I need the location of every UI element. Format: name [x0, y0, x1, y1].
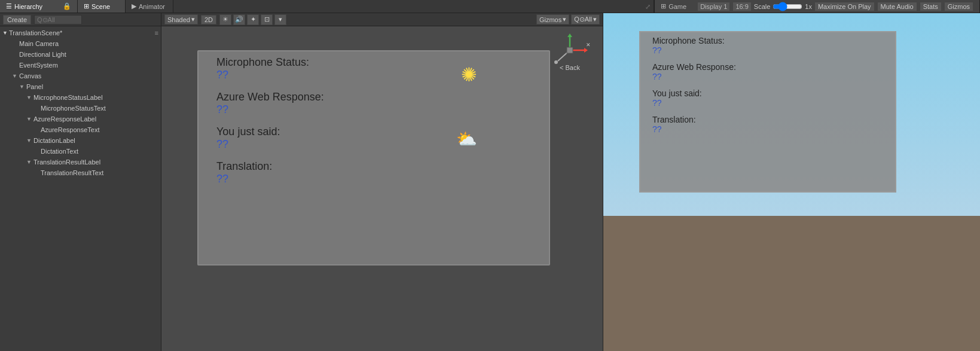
arrow-translation-result-label: ▼ — [26, 159, 33, 165]
gizmo-svg: ✕ — [549, 32, 591, 68]
scene-azure-response-value: ?? — [216, 103, 531, 116]
game-canvas-ui-panel: Microphone Status: ?? Azure Web Response… — [639, 31, 896, 193]
animator-tab-label: Animator — [139, 3, 165, 10]
back-label: < Back — [549, 64, 591, 71]
tree-item-directional-light[interactable]: Directional Light — [0, 49, 161, 60]
tree-item-translation-result-label[interactable]: ▼ TranslationResultLabel — [0, 157, 161, 167]
label-dictation-text: DictationText — [41, 148, 78, 155]
scene-icon-display[interactable]: ⊡ — [261, 14, 273, 25]
game-panel: Microphone Status: ?? Azure Web Response… — [603, 13, 980, 351]
game-translation-label: Translation: — [652, 115, 883, 124]
game-tab-label: Game — [668, 3, 686, 10]
game-mic-status-row: Microphone Status: ?? — [640, 32, 895, 59]
scene-you-said-row: You just said: ?? — [199, 121, 549, 155]
hierarchy-search[interactable] — [34, 15, 82, 25]
scene-you-said-label: You just said: — [216, 126, 531, 138]
tree-item-canvas[interactable]: ▼ Canvas — [0, 71, 161, 81]
hierarchy-toolbar: Create — [0, 13, 161, 26]
scene-canvas-ui-panel: ✺ ⛅ Microphone Status: ?? Azure Web Resp… — [197, 50, 550, 265]
gizmos-button-game[interactable]: Gizmos — [944, 2, 973, 11]
scene-icon-buttons: ☀ 🔊 ✦ ⊡ ▾ — [219, 14, 286, 25]
svg-marker-1 — [567, 33, 572, 37]
cloud-icon: ⛅ — [456, 129, 477, 149]
scene-icon-more[interactable]: ▾ — [274, 14, 286, 25]
scene-mic-status-row: Microphone Status: ?? — [199, 51, 549, 86]
label-panel: Panel — [26, 83, 43, 90]
label-azure-response-label: AzureResponseLabel — [33, 115, 96, 123]
scene-toolbar: Shaded ▾ 2D ☀ 🔊 ✦ ⊡ ▾ Gizmos ▾ Q⊙All ▾ — [161, 13, 603, 26]
scene-menu-dots[interactable]: ≡ — [155, 29, 158, 36]
game-mic-status-value: ?? — [652, 45, 883, 55]
hierarchy-panel: Create ▼ TranslationScene* ≡ Main Camera… — [0, 13, 161, 351]
label-azure-response-text: AzureResponseText — [41, 126, 99, 133]
label-directional-light: Directional Light — [19, 51, 66, 58]
shaded-arrow: ▾ — [191, 16, 195, 23]
game-azure-response-row: Azure Web Response: ?? — [640, 59, 895, 85]
game-you-said-label: You just said: — [652, 88, 883, 98]
arrow-azure-response-label: ▼ — [26, 116, 33, 122]
tree-item-azure-response-text[interactable]: AzureResponseText — [0, 124, 161, 135]
scene-tab-label: Scene — [91, 3, 110, 10]
scene-arrow: ▼ — [2, 30, 8, 36]
game-tab-icon: ⊞ — [661, 2, 666, 10]
sun-icon: ✺ — [461, 63, 477, 86]
gizmos-button[interactable]: Gizmos ▾ — [536, 14, 569, 25]
scene-azure-response-row: Azure Web Response: ?? — [199, 86, 549, 121]
svg-rect-6 — [567, 47, 573, 53]
label-canvas: Canvas — [19, 72, 41, 80]
game-mic-status-label: Microphone Status: — [652, 36, 883, 45]
2d-button[interactable]: 2D — [201, 15, 216, 25]
game-ground — [603, 216, 980, 351]
scene-icon-light[interactable]: ☀ — [219, 14, 231, 25]
label-mic-status-text: MicrophoneStatusText — [41, 105, 106, 112]
label-main-camera: Main Camera — [19, 40, 59, 47]
tree-item-panel[interactable]: ▼ Panel — [0, 81, 161, 92]
top-tabs-bar: ☰ Hierarchy 🔒 ⊞ Scene ▶ Animator ⤢ ⊞ Gam… — [0, 0, 980, 13]
game-you-said-row: You just said: ?? — [640, 85, 895, 111]
scale-value: 1x — [805, 3, 812, 10]
tab-scene[interactable]: ⊞ Scene — [78, 0, 126, 13]
scene-viewport[interactable]: ✕ < Back ✺ ⛅ Microphone Status: ?? Azure… — [161, 26, 603, 351]
tree-item-translation-result-text[interactable]: TranslationResultText — [0, 167, 161, 178]
maximize-on-play-button[interactable]: Maximize On Play — [814, 2, 875, 11]
tree-item-dictation-label[interactable]: ▼ DictationLabel — [0, 135, 161, 146]
tab-animator[interactable]: ▶ Animator — [126, 0, 173, 13]
label-mic-status-label: MicrophoneStatusLabel — [33, 94, 103, 101]
aspect-selector[interactable]: 16:9 — [732, 2, 751, 11]
tab-game[interactable]: ⊞ Game Display 1 16:9 Scale 1x Maximize … — [654, 0, 980, 13]
game-azure-response-label: Azure Web Response: — [652, 62, 883, 72]
tree-item-azure-response-label[interactable]: ▼ AzureResponseLabel — [0, 114, 161, 124]
stats-button[interactable]: Stats — [920, 2, 942, 11]
scene-icon-effects[interactable]: ✦ — [247, 14, 259, 25]
create-button[interactable]: Create — [3, 15, 31, 25]
tree-item-dictation-text[interactable]: DictationText — [0, 146, 161, 157]
scene-name: TranslationScene* — [9, 29, 62, 36]
scene-area: Shaded ▾ 2D ☀ 🔊 ✦ ⊡ ▾ Gizmos ▾ Q⊙All ▾ — [161, 13, 603, 351]
game-translation-value: ?? — [652, 124, 883, 134]
shaded-button[interactable]: Shaded ▾ — [164, 14, 198, 25]
tab-hierarchy[interactable]: ☰ Hierarchy 🔒 — [0, 0, 78, 13]
arrow-mic-status-label: ▼ — [26, 94, 33, 100]
tree-item-main-camera[interactable]: Main Camera — [0, 38, 161, 49]
tree-item-event-system[interactable]: EventSystem — [0, 60, 161, 71]
scene-gizmos-controls: Gizmos ▾ Q⊙All ▾ — [536, 14, 600, 25]
arrow-canvas: ▼ — [12, 73, 19, 79]
display-selector[interactable]: Display 1 — [697, 2, 730, 11]
scene-azure-response-label: Azure Web Response: — [216, 91, 531, 103]
scene-header: ▼ TranslationScene* ≡ — [0, 28, 161, 38]
mute-audio-button[interactable]: Mute Audio — [877, 2, 917, 11]
qall-button[interactable]: Q⊙All ▾ — [571, 14, 600, 25]
game-translation-row: Translation: ?? — [640, 111, 895, 138]
animator-tab-icon: ▶ — [132, 2, 136, 10]
scale-slider[interactable] — [773, 2, 802, 11]
scene-maximize-icon[interactable]: ⤢ — [642, 0, 654, 13]
tree-item-mic-status-text[interactable]: MicrophoneStatusText — [0, 103, 161, 114]
scene-icon-audio[interactable]: 🔊 — [233, 14, 245, 25]
game-viewport[interactable]: Microphone Status: ?? Azure Web Response… — [603, 13, 980, 351]
gizmos-label: Gizmos — [539, 16, 561, 23]
tree-item-mic-status-label[interactable]: ▼ MicrophoneStatusLabel — [0, 92, 161, 103]
gizmo-widget: ✕ < Back — [549, 32, 591, 74]
scene-mic-status-label: Microphone Status: — [216, 56, 531, 69]
label-translation-result-label: TranslationResultLabel — [33, 158, 100, 166]
arrow-panel: ▼ — [19, 84, 26, 90]
